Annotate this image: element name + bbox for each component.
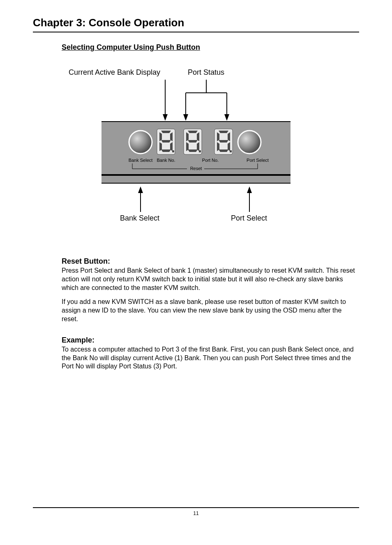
panel-diagram: Current Active Bank Display Port Status xyxy=(73,68,319,241)
chapter-title: Chapter 3: Console Operation xyxy=(33,16,359,32)
svg-marker-36 xyxy=(219,149,228,152)
footer-rule xyxy=(33,507,359,508)
port-select-button[interactable] xyxy=(238,131,261,154)
svg-marker-26 xyxy=(188,131,198,133)
label-bottom-port-select: Port Select xyxy=(231,214,267,223)
bank-select-button[interactable] xyxy=(129,131,152,154)
heading-example: Example: xyxy=(62,336,355,345)
heading-reset: Reset Button: xyxy=(62,257,355,266)
svg-marker-19 xyxy=(161,140,171,143)
svg-marker-18 xyxy=(161,131,171,133)
svg-marker-9 xyxy=(224,114,229,121)
svg-marker-3 xyxy=(163,114,168,121)
svg-marker-35 xyxy=(219,140,228,143)
page-number: 11 xyxy=(0,511,392,516)
page: Chapter 3: Console Operation Selecting C… xyxy=(0,0,392,545)
svg-rect-25 xyxy=(172,150,174,152)
section-title: Selecting Computer Using Push Button xyxy=(62,43,359,52)
para-example-1: To access a computer attached to Port 3 … xyxy=(62,345,355,371)
svg-marker-45 xyxy=(247,186,252,193)
svg-marker-28 xyxy=(188,149,198,152)
svg-marker-34 xyxy=(219,131,228,133)
svg-marker-7 xyxy=(183,114,188,121)
panel-label-port-no: Port No. xyxy=(202,158,219,163)
label-bottom-bank-select: Bank Select xyxy=(120,214,159,223)
para-reset-2: If you add a new KVM SWITCH as a slave b… xyxy=(62,298,355,323)
svg-rect-33 xyxy=(199,150,201,152)
panel-label-reset: Reset xyxy=(190,166,202,171)
svg-rect-13 xyxy=(101,177,291,183)
panel-label-port-select: Port Select xyxy=(247,158,269,163)
panel-label-bank-select: Bank Select xyxy=(129,158,153,163)
svg-marker-27 xyxy=(188,140,198,143)
svg-rect-41 xyxy=(230,150,232,152)
para-reset-1: Press Port Select and Bank Select of ban… xyxy=(62,267,355,292)
body-text: Reset Button: Press Port Select and Bank… xyxy=(62,257,355,371)
svg-marker-43 xyxy=(138,186,143,193)
svg-marker-20 xyxy=(161,149,171,152)
panel-label-bank-no: Bank No. xyxy=(157,158,175,163)
